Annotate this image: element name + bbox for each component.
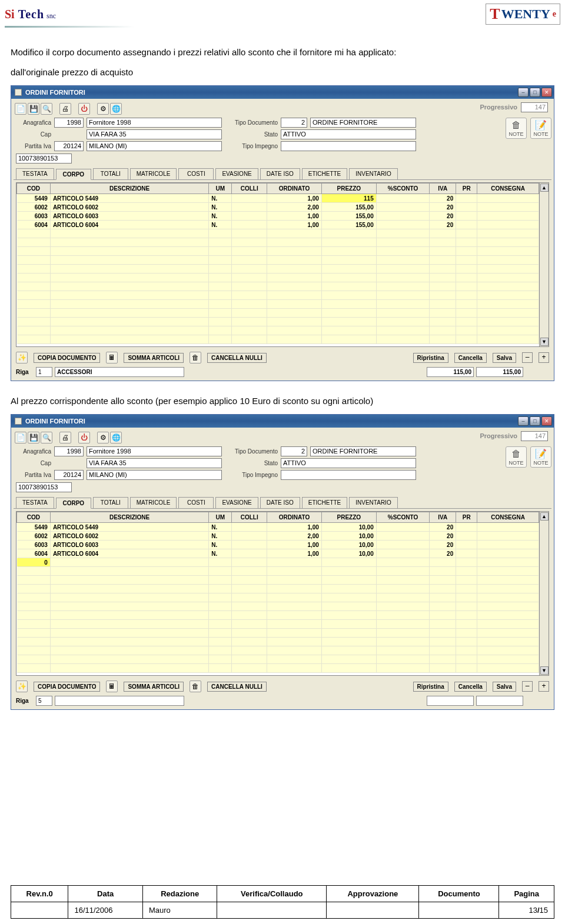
- grid-header[interactable]: DESCRIZIONE: [50, 184, 208, 194]
- tab-evasione[interactable]: EVASIONE: [215, 168, 258, 179]
- scroll-down-icon[interactable]: ▼: [540, 338, 549, 346]
- toolbar-icon[interactable]: 💾: [28, 432, 39, 443]
- scrollbar[interactable]: ▲ ▼: [539, 512, 549, 675]
- minimize-button[interactable]: –: [518, 416, 529, 426]
- ripristina-button[interactable]: Ripristina: [413, 682, 448, 692]
- copia-documento-button[interactable]: COPIA DOCUMENTO: [34, 682, 100, 692]
- grid-table[interactable]: CODDESCRIZIONEUMCOLLIORDINATOPREZZO%SCON…: [16, 512, 539, 673]
- table-row[interactable]: [17, 629, 539, 638]
- grid-header[interactable]: PREZZO: [321, 512, 376, 523]
- grid-header[interactable]: ORDINATO: [267, 184, 322, 194]
- grid-header[interactable]: CONSEGNA: [477, 512, 539, 523]
- tipo-impegno-field[interactable]: [281, 470, 416, 480]
- maximize-button[interactable]: □: [530, 416, 540, 426]
- calc-icon[interactable]: 🖩: [106, 352, 118, 363]
- grid-header[interactable]: PR: [456, 184, 477, 194]
- ripristina-button[interactable]: Ripristina: [413, 353, 448, 363]
- cancella-button[interactable]: Cancella: [454, 682, 487, 692]
- maximize-button[interactable]: □: [530, 88, 540, 97]
- grid-header[interactable]: PR: [456, 512, 477, 523]
- table-row[interactable]: [17, 300, 539, 309]
- anagrafica-name[interactable]: Fornitore 1998: [87, 446, 222, 456]
- table-row[interactable]: [17, 567, 539, 576]
- table-row[interactable]: [17, 593, 539, 602]
- scrollbar[interactable]: ▲ ▼: [539, 183, 549, 346]
- tab-totali[interactable]: TOTALI: [93, 168, 128, 179]
- toolbar-icon[interactable]: 🔍: [41, 103, 52, 115]
- table-row[interactable]: 5449ARTICOLO 5449N.1,0010,0020: [17, 523, 539, 532]
- tab-corpo[interactable]: CORPO: [56, 498, 91, 509]
- minus-button[interactable]: –: [522, 352, 533, 363]
- table-row[interactable]: [17, 318, 539, 326]
- table-row[interactable]: [17, 576, 539, 585]
- toolbar-icon[interactable]: 💾: [28, 103, 39, 115]
- grid-header[interactable]: IVA: [430, 512, 456, 523]
- tab-date iso[interactable]: DATE ISO: [260, 497, 300, 508]
- wand-icon[interactable]: ✨: [16, 681, 28, 692]
- citta-field[interactable]: MILANO (MI): [87, 141, 222, 151]
- table-row[interactable]: [17, 273, 539, 282]
- table-row[interactable]: [17, 638, 539, 646]
- table-row[interactable]: [17, 646, 539, 655]
- toolbar-icon[interactable]: ⚙: [97, 103, 109, 115]
- calc-icon[interactable]: 🖩: [106, 681, 118, 692]
- tab-etichette[interactable]: ETICHETTE: [302, 497, 348, 508]
- grid-header[interactable]: UM: [209, 184, 232, 194]
- table-row[interactable]: 6004ARTICOLO 6004N.1,00155,0020: [17, 221, 539, 229]
- plus-button[interactable]: +: [539, 681, 549, 692]
- tipo-doc-code[interactable]: 2: [281, 446, 307, 456]
- piva-field[interactable]: 10073890153: [16, 482, 72, 492]
- close-button[interactable]: ✕: [541, 88, 552, 97]
- table-row[interactable]: [17, 620, 539, 629]
- scroll-down-icon[interactable]: ▼: [540, 666, 549, 675]
- tab-evasione[interactable]: EVASIONE: [215, 497, 258, 508]
- toolbar-icon[interactable]: 🌐: [110, 432, 122, 443]
- exit-icon[interactable]: ⏻: [78, 432, 90, 443]
- table-row[interactable]: [17, 655, 539, 664]
- table-row[interactable]: [17, 229, 539, 238]
- tab-corpo[interactable]: CORPO: [56, 169, 91, 180]
- anagrafica-code[interactable]: 1998: [54, 118, 84, 128]
- delete-icon[interactable]: 🗑: [190, 681, 201, 692]
- scroll-up-icon[interactable]: ▲: [540, 184, 549, 192]
- grid-header[interactable]: %SCONTO: [376, 184, 430, 194]
- tab-testata[interactable]: TESTATA: [16, 497, 54, 508]
- cancella-nulli-button[interactable]: CANCELLA NULLI: [207, 682, 267, 692]
- cancella-button[interactable]: Cancella: [454, 353, 487, 363]
- table-row[interactable]: 6003ARTICOLO 6003N.1,0010,0020: [17, 541, 539, 549]
- grid-header[interactable]: IVA: [430, 184, 456, 194]
- cancella-nulli-button[interactable]: CANCELLA NULLI: [207, 353, 267, 363]
- table-row[interactable]: 5449ARTICOLO 5449N.1,0011520: [17, 194, 539, 203]
- titlebar[interactable]: ORDINI FORNITORI – □ ✕: [11, 415, 554, 428]
- tab-matricole[interactable]: MATRICOLE: [130, 168, 177, 179]
- note-icon[interactable]: 📝NOTE: [530, 446, 551, 468]
- grid-header[interactable]: %SCONTO: [376, 512, 430, 523]
- grid-header[interactable]: COD: [17, 512, 51, 523]
- tab-etichette[interactable]: ETICHETTE: [302, 168, 348, 179]
- tab-matricole[interactable]: MATRICOLE: [130, 497, 177, 508]
- table-row[interactable]: 6003ARTICOLO 6003N.1,00155,0020: [17, 212, 539, 221]
- exit-icon[interactable]: ⏻: [78, 103, 90, 115]
- table-row[interactable]: [17, 238, 539, 247]
- somma-articoli-button[interactable]: SOMMA ARTICOLI: [124, 682, 184, 692]
- tab-costi[interactable]: COSTI: [178, 168, 214, 179]
- table-row[interactable]: 6002ARTICOLO 6002N.2,00155,0020: [17, 203, 539, 212]
- anagrafica-code[interactable]: 1998: [54, 446, 84, 456]
- table-row[interactable]: [17, 664, 539, 673]
- tipo-doc-code[interactable]: 2: [281, 118, 307, 128]
- table-row[interactable]: [17, 291, 539, 300]
- copia-documento-button[interactable]: COPIA DOCUMENTO: [34, 353, 100, 363]
- table-row[interactable]: [17, 309, 539, 318]
- grid-header[interactable]: COLLI: [232, 512, 267, 523]
- tab-testata[interactable]: TESTATA: [16, 168, 54, 179]
- delete-icon[interactable]: 🗑: [190, 352, 201, 363]
- note-trash-icon[interactable]: 🗑NOTE: [506, 446, 527, 468]
- table-row[interactable]: [17, 282, 539, 291]
- table-row[interactable]: [17, 585, 539, 593]
- grid-header[interactable]: CONSEGNA: [477, 184, 539, 194]
- cap-field[interactable]: 20124: [54, 141, 84, 151]
- table-row[interactable]: [17, 335, 539, 344]
- salva-button[interactable]: Salva: [493, 682, 516, 692]
- table-row[interactable]: 6002ARTICOLO 6002N.2,0010,0020: [17, 532, 539, 541]
- grid-header[interactable]: ORDINATO: [267, 512, 322, 523]
